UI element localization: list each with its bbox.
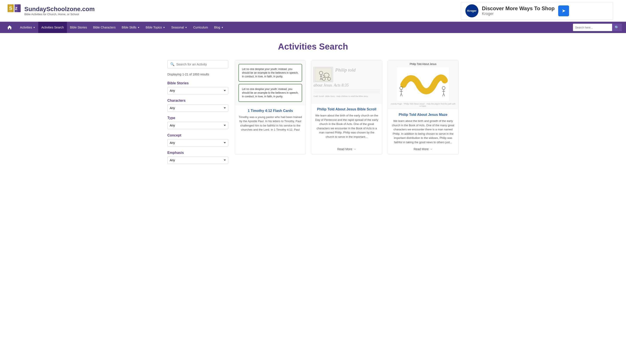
- card-bible-scroll-read-more[interactable]: Read More →: [315, 147, 378, 151]
- ad-subtext: Kroger: [482, 11, 555, 16]
- filter-bible-stories-select[interactable]: Any: [167, 87, 228, 94]
- page-title: Activities Search: [167, 42, 459, 51]
- card-flash-cards-body: 1 Timothy 4:12 Flash Cards Timothy was a…: [235, 105, 306, 154]
- filter-concept: Concept Any: [167, 133, 228, 146]
- logo[interactable]: S z SundaySchoolzone.com Bible Activitie…: [6, 3, 95, 18]
- card-maze: Philip Told About Jesus: [388, 60, 459, 154]
- maze-preview: Philip Told About Jesus: [388, 60, 458, 109]
- nav-home[interactable]: [4, 22, 15, 33]
- filter-emphasis: Emphasis Any: [167, 151, 228, 164]
- nav-curriculum[interactable]: Curriculum: [190, 22, 211, 33]
- nav-blog[interactable]: Blog ▼: [211, 22, 227, 33]
- activity-search-input[interactable]: [176, 62, 225, 66]
- card-maze-image: Philip Told About Jesus: [388, 60, 458, 109]
- maze-caption: Activity Page · "Philip Told About Jesus…: [390, 103, 456, 107]
- svg-text:S: S: [9, 5, 12, 11]
- logo-text: SundaySchoolzone.com Bible Activities fo…: [24, 6, 95, 16]
- card-maze-read-more[interactable]: Read More →: [391, 147, 455, 151]
- nav-bible-topics[interactable]: Bible Topics ▼: [143, 22, 168, 33]
- filter-concept-select[interactable]: Any: [167, 139, 228, 146]
- nav-seasonal[interactable]: Seasonal ▼: [168, 22, 190, 33]
- bible-topics-caret: ▼: [163, 26, 165, 29]
- kroger-logo: Kroger: [465, 4, 478, 17]
- filter-concept-label: Concept: [167, 133, 228, 137]
- activities-caret: ▼: [33, 26, 35, 29]
- scroll-verse: about Jesus. Acts 8:35: [313, 83, 349, 88]
- advertisement: Kroger Discover More Ways To Shop Kroger…: [461, 2, 613, 20]
- filter-emphasis-select[interactable]: Any: [167, 156, 228, 164]
- activity-search-bar[interactable]: 🔍: [167, 60, 228, 68]
- seasonal-caret: ▼: [185, 26, 187, 29]
- card-flash-cards-title: 1 Timothy 4:12 Flash Cards: [238, 109, 302, 113]
- nav-bible-skills[interactable]: Bible Skills ▼: [119, 22, 143, 33]
- cards-grid: Let no one despise your youth; instead, …: [235, 60, 459, 154]
- ad-copy: Discover More Ways To Shop Kroger: [482, 5, 555, 16]
- flash-card-preview: Let no one despise your youth; instead, …: [235, 60, 306, 105]
- maze-graphic: [397, 67, 449, 101]
- card-bible-scroll-desc: We learn about the birth of the early ch…: [315, 113, 378, 144]
- filter-bible-stories: Bible Stories Any: [167, 81, 228, 94]
- blog-caret: ▼: [221, 26, 224, 29]
- filter-bible-stories-label: Bible Stories: [167, 81, 228, 85]
- scroll-drawing: [313, 67, 333, 82]
- card-flash-cards-desc: Timothy was a young pastor who had been …: [238, 115, 302, 151]
- filter-emphasis-label: Emphasis: [167, 151, 228, 155]
- sidebar: 🔍 Displaying 1-21 of 1893 results Bible …: [167, 60, 228, 168]
- maze-image-title: Philip Told About Jesus: [410, 63, 436, 66]
- card-bible-scroll: Philip told about Jesus. Acts 8:35 Craft…: [311, 60, 382, 154]
- tagline: Bible Activities for Church, Home, or Sc…: [24, 13, 95, 16]
- filter-characters: Characters Any: [167, 99, 228, 112]
- content-layout: 🔍 Displaying 1-21 of 1893 results Bible …: [167, 60, 459, 168]
- flash-card-box-2: Let no one despise your youth; instead, …: [238, 84, 302, 102]
- scroll-top: Philip told: [313, 67, 380, 82]
- filter-type-label: Type: [167, 116, 228, 120]
- brand-name: SundaySchoolzone.com: [24, 6, 95, 13]
- scroll-preview: Philip told about Jesus. Acts 8:35 Craft…: [311, 65, 382, 100]
- nav-search-button[interactable]: 🔍: [612, 24, 622, 31]
- card-bible-scroll-body: Philip Told About Jesus Bible Scroll We …: [311, 104, 382, 154]
- svg-text:z: z: [15, 5, 17, 11]
- filter-characters-label: Characters: [167, 99, 228, 103]
- nav-activities[interactable]: Activities ▼: [17, 22, 38, 33]
- results-count: Displaying 1-21 of 1893 results: [167, 73, 228, 76]
- card-flash-cards-image: Let no one despise your youth; instead, …: [235, 60, 306, 105]
- nav-search-bar[interactable]: 🔍: [573, 24, 622, 31]
- search-icon: 🔍: [170, 62, 175, 66]
- ad-headline: Discover More Ways To Shop: [482, 5, 555, 11]
- filter-type: Type Any: [167, 116, 228, 129]
- nav-activities-search[interactable]: Activities Search: [38, 22, 67, 33]
- ad-banner: S z SundaySchoolzone.com Bible Activitie…: [0, 0, 626, 22]
- card-bible-scroll-image: Philip told about Jesus. Acts 8:35 Craft…: [311, 60, 382, 104]
- scroll-caption: Craft: Scroll · Bible Story · Help child…: [313, 95, 380, 97]
- filter-type-select[interactable]: Any: [167, 122, 228, 129]
- card-flash-cards: Let no one despise your youth; instead, …: [235, 60, 306, 154]
- card-maze-title: Philip Told About Jesus Maze: [391, 113, 455, 117]
- ad-cta-icon: ➤: [558, 5, 569, 16]
- card-maze-body: Philip Told About Jesus Maze We learn ab…: [388, 109, 458, 154]
- nav-bible-characters[interactable]: Bible Characters: [90, 22, 119, 33]
- scroll-text-1: Philip told: [335, 67, 380, 82]
- flash-card-box-1: Let no one despise your youth; instead, …: [238, 64, 302, 82]
- filter-characters-select[interactable]: Any: [167, 104, 228, 112]
- nav-search-input[interactable]: [573, 24, 612, 31]
- main-nav: Activities ▼ Activities Search Bible Sto…: [0, 22, 626, 33]
- card-bible-scroll-title: Philip Told About Jesus Bible Scroll: [315, 107, 378, 111]
- card-maze-desc: We learn about the birth and growth of t…: [391, 119, 455, 144]
- scroll-lines: [313, 88, 380, 94]
- nav-bible-stories[interactable]: Bible Stories: [67, 22, 90, 33]
- main-content: Activities Search 🔍 Displaying 1-21 of 1…: [161, 33, 465, 177]
- bible-skills-caret: ▼: [137, 26, 140, 29]
- logo-icon: S z: [6, 3, 22, 18]
